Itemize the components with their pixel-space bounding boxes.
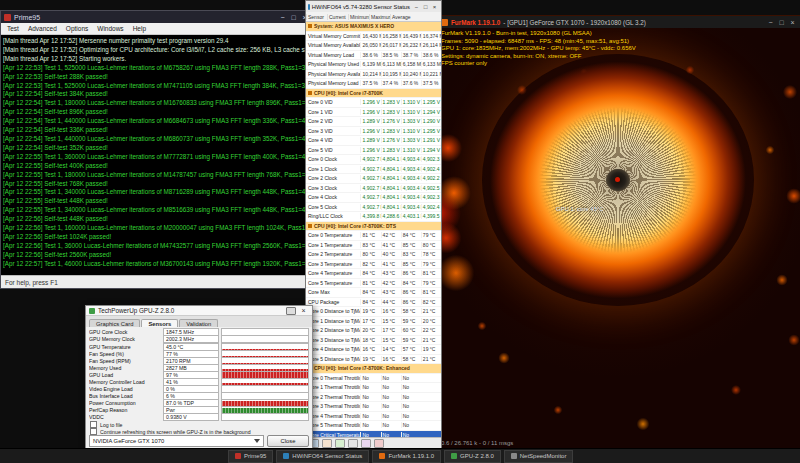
close-button[interactable]: Close bbox=[267, 435, 309, 447]
sensor-row[interactable]: Core 1 Clock 4,902.7 MHz 4,804.1 MHz 4,9… bbox=[306, 165, 441, 175]
sensor-row[interactable]: Core 3 Distance to TjMAX 18 °C 15 °C 59 … bbox=[306, 336, 441, 346]
sensor-row[interactable]: Core 4 Distance to TjMAX 16 °C 14 °C 57 … bbox=[306, 345, 441, 355]
gpu-select-dropdown[interactable]: NVIDIA GeForce GTX 1070 bbox=[89, 435, 264, 447]
sensor-row[interactable]: Core 2 Temperature 80 °C 40 °C 83 °C 78 … bbox=[306, 250, 441, 260]
logging-icon[interactable] bbox=[335, 439, 345, 448]
hwinfo-titlebar[interactable]: HWiNFO64 v5.74-3280 Sensor Status − □ × bbox=[306, 1, 441, 12]
close-icon[interactable]: × bbox=[430, 4, 439, 10]
close-icon[interactable]: × bbox=[298, 307, 309, 314]
sensor-current: 4,902.7 MHz bbox=[360, 185, 380, 191]
column-header[interactable]: Minimum bbox=[348, 14, 369, 20]
taskbar-item[interactable]: Prime95 bbox=[228, 450, 273, 463]
sensor-row[interactable]: Core 2 Clock 4,902.7 MHz 4,804.1 MHz 4,9… bbox=[306, 174, 441, 184]
menu-item[interactable]: Test bbox=[7, 25, 19, 32]
sensor-row[interactable]: Core 0 VID 1.296 V 1.283 V 1.310 V 1.295… bbox=[306, 98, 441, 108]
sensor-row[interactable]: Core 3 Thermal Throttling No No No bbox=[306, 402, 441, 412]
sensor-row[interactable]: Core 2 Thermal Throttling No No No bbox=[306, 393, 441, 403]
sensor-row[interactable]: Core 0 Clock 4,902.7 MHz 4,804.1 MHz 4,9… bbox=[306, 155, 441, 165]
sensor-row[interactable]: Core 4 Clock 4,902.7 MHz 4,804.1 MHz 4,9… bbox=[306, 193, 441, 203]
column-header[interactable]: Current bbox=[327, 14, 348, 20]
sensor-average: 4,902.5 MHz bbox=[421, 185, 441, 191]
layout-icon[interactable] bbox=[348, 439, 358, 448]
minimize-icon[interactable]: − bbox=[412, 4, 421, 10]
maximize-icon[interactable]: □ bbox=[288, 14, 299, 21]
maximize-icon[interactable]: □ bbox=[776, 19, 787, 26]
menu-item[interactable]: Advanced bbox=[28, 25, 57, 32]
sensor-row[interactable]: Core 5 VID 1.296 V 1.283 V 1.310 V 1.294… bbox=[306, 146, 441, 156]
furmark-titlebar[interactable]: FurMark 1.19.1.0 - [GPU1] GeForce GTX 10… bbox=[438, 16, 800, 28]
sensor-row[interactable]: Core 1 Temperature 83 °C 41 °C 85 °C 80 … bbox=[306, 241, 441, 251]
sensor-row[interactable]: Core 0 Temperature 81 °C 42 °C 84 °C 79 … bbox=[306, 231, 441, 241]
sensor-row[interactable]: Core 5 Clock 4,902.7 MHz 4,804.1 MHz 4,9… bbox=[306, 203, 441, 213]
sensor-row[interactable]: Core 1 VID 1.296 V 1.283 V 1.310 V 1.294… bbox=[306, 108, 441, 118]
screenshot-camera-icon[interactable] bbox=[286, 307, 296, 315]
sensor-row[interactable]: Core 5 Temperature 81 °C 42 °C 84 °C 79 … bbox=[306, 279, 441, 289]
sensor-row[interactable]: System: ASUS MAXIMUS X HERO bbox=[306, 22, 441, 32]
menu-item[interactable]: Windows bbox=[97, 25, 123, 32]
minimize-icon[interactable]: − bbox=[765, 19, 776, 26]
sensor-label: PerfCap Reason bbox=[89, 407, 161, 413]
prime95-titlebar[interactable]: Prime95 − □ × bbox=[1, 11, 313, 23]
close-icon[interactable]: × bbox=[787, 19, 798, 26]
taskbar-item[interactable]: NetSpeedMonitor bbox=[504, 450, 574, 463]
sensor-average: 22 °C bbox=[421, 327, 441, 333]
sensor-row[interactable]: Core 2 VID 1.289 V 1.276 V 1.303 V 1.290… bbox=[306, 117, 441, 127]
sensor-current: 18 °C bbox=[360, 337, 380, 343]
column-header[interactable]: Sensor bbox=[306, 14, 327, 20]
sensor-row[interactable]: Core 5 Distance to TjMAX 19 °C 16 °C 58 … bbox=[306, 355, 441, 365]
sensor-row[interactable]: Virtual Memory Available 26,050 MB 26,01… bbox=[306, 41, 441, 51]
taskbar-item[interactable]: GPU-Z 2.8.0 bbox=[444, 450, 501, 463]
sensor-column-headers[interactable]: SensorCurrentMinimumMaximumAverage bbox=[306, 12, 441, 22]
sensor-row[interactable]: Physical Memory Used 6,139 MB 6,113 MB 6… bbox=[306, 60, 441, 70]
sensor-name: Core 2 Thermal Throttling bbox=[306, 394, 360, 400]
sensor-minimum: 1.276 V bbox=[381, 137, 401, 143]
sensor-average: 1.290 V bbox=[421, 118, 441, 124]
sensor-row[interactable]: Core 4 VID 1.289 V 1.276 V 1.303 V 1.291… bbox=[306, 136, 441, 146]
sensor-row[interactable]: Virtual Memory Load 38.6 % 38.5 % 38.7 %… bbox=[306, 51, 441, 61]
sensor-row[interactable]: CPU Package 84 °C 44 °C 86 °C 82 °C bbox=[306, 298, 441, 308]
sensor-row[interactable]: CPU [#0]: Intel Core i7-8700K: DTS bbox=[306, 222, 441, 232]
tab[interactable]: Sensors bbox=[141, 319, 178, 327]
close-panel-icon[interactable] bbox=[374, 439, 384, 448]
log-to-file-checkbox[interactable] bbox=[90, 421, 97, 428]
prime95-output-area[interactable]: [Main thread Apr 12 17:52] Mersenne numb… bbox=[1, 35, 313, 275]
sensor-label: GPU Memory Clock bbox=[89, 336, 161, 342]
gpuz-window-title: TechPowerUp GPU-Z 2.8.0 bbox=[98, 307, 174, 314]
tab[interactable]: Graphics Card bbox=[89, 319, 140, 327]
sensor-row[interactable]: Core 4 Thermal Throttling No No No bbox=[306, 412, 441, 422]
tab[interactable]: Validation bbox=[179, 319, 218, 327]
sensor-row[interactable]: Physical Memory Load 37.5 % 37.4 % 37.6 … bbox=[306, 79, 441, 89]
sensor-row[interactable]: Ring/LLC Clock 4,399.8 MHz 4,288.6 MHz 4… bbox=[306, 212, 441, 222]
sensor-row[interactable]: Core 1 Distance to TjMAX 17 °C 15 °C 59 … bbox=[306, 317, 441, 327]
sensor-row[interactable]: Core 3 Temperature 82 °C 41 °C 85 °C 79 … bbox=[306, 260, 441, 270]
sensor-row[interactable]: CPU [#0]: Intel Core i7-8700K: Enhanced bbox=[306, 364, 441, 374]
maximize-icon[interactable]: □ bbox=[421, 4, 430, 10]
taskbar-item[interactable]: FurMark 1.19.1.0 bbox=[372, 450, 441, 463]
gpuz-sensor-row[interactable]: VDDC 0.9380 V bbox=[89, 414, 309, 421]
sensor-row[interactable]: Physical Memory Available 10,214 MB 10,1… bbox=[306, 70, 441, 80]
menu-item[interactable]: Help bbox=[133, 25, 146, 32]
sensor-current: 1.296 V bbox=[360, 109, 380, 115]
sensor-row[interactable]: Virtual Memory Commited 16,430 MB 16,258… bbox=[306, 32, 441, 42]
column-header[interactable]: Average bbox=[390, 14, 411, 20]
menu-item[interactable]: Options bbox=[66, 25, 88, 32]
column-header[interactable]: Maximum bbox=[369, 14, 390, 20]
sensor-current: 1.296 V bbox=[360, 128, 380, 134]
reset-values-icon[interactable] bbox=[322, 439, 332, 448]
sensor-row[interactable]: Core 3 VID 1.296 V 1.283 V 1.310 V 1.295… bbox=[306, 127, 441, 137]
prime95-menubar: TestAdvancedOptionsWindowsHelp bbox=[1, 23, 313, 35]
background-refresh-checkbox[interactable] bbox=[90, 428, 97, 435]
sensor-row[interactable]: Core 5 Thermal Throttling No No No bbox=[306, 421, 441, 431]
sensor-row[interactable]: CPU [#0]: Intel Core i7-8700K bbox=[306, 89, 441, 99]
settings-gear-icon[interactable] bbox=[361, 439, 371, 448]
minimize-icon[interactable]: − bbox=[277, 14, 288, 21]
sensor-row[interactable]: Core 2 Distance to TjMAX 20 °C 17 °C 60 … bbox=[306, 326, 441, 336]
taskbar-item[interactable]: HWiNFO64 Sensor Status bbox=[276, 450, 369, 463]
sensor-row[interactable]: Core 0 Thermal Throttling No No No bbox=[306, 374, 441, 384]
gpuz-titlebar[interactable]: TechPowerUp GPU-Z 2.8.0 × bbox=[86, 306, 312, 316]
sensor-row[interactable]: Core 1 Thermal Throttling No No No bbox=[306, 383, 441, 393]
sensor-row[interactable]: Core 4 Temperature 84 °C 43 °C 86 °C 81 … bbox=[306, 269, 441, 279]
sensor-row[interactable]: Core 3 Clock 4,902.7 MHz 4,804.1 MHz 4,9… bbox=[306, 184, 441, 194]
sensor-row[interactable]: Core Max 84 °C 43 °C 86 °C 81 °C bbox=[306, 288, 441, 298]
sensor-row[interactable]: Core 0 Distance to TjMAX 19 °C 16 °C 58 … bbox=[306, 307, 441, 317]
